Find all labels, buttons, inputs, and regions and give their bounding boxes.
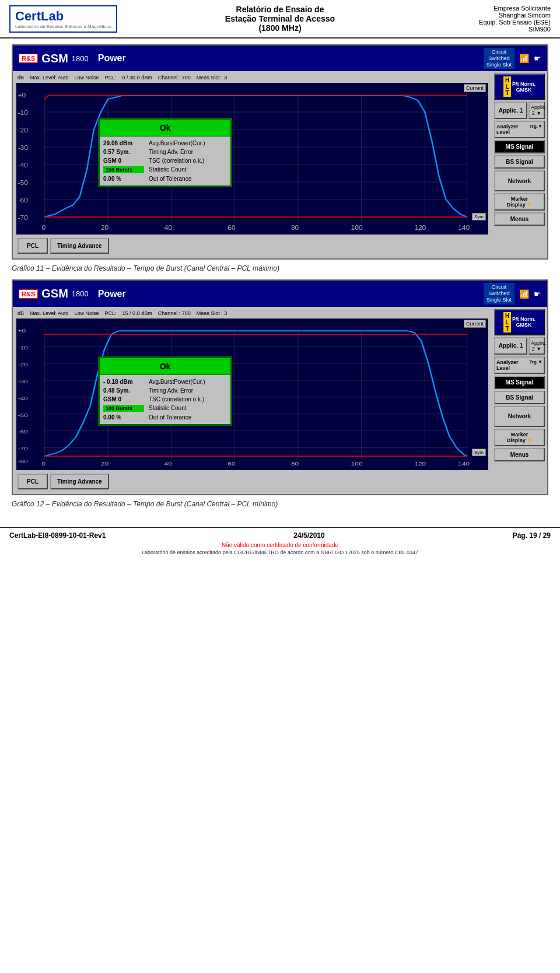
popup-lbl5-2: Out of Tolerance <box>149 414 227 421</box>
timing-advance-button-1[interactable]: Timing Advance <box>50 238 109 254</box>
svg-text:-60: -60 <box>18 197 27 204</box>
gsm-freq-2: 1800 <box>72 289 89 298</box>
gsm-mode-2: Power <box>98 289 126 299</box>
popup-body-1: 29.06 dBm Avg.BurstPower(Cur.) 0.57 Sym.… <box>100 136 230 186</box>
menus-btn-2[interactable]: Menus <box>494 448 545 461</box>
applic2-btn-2[interactable]: Applic. 2 ▼ <box>528 337 545 355</box>
gsm-body-1: dB Max. Level: Auto Low Noise PCL: 0 / 3… <box>13 71 547 258</box>
applic-row-1: Applic. 1 Applic. 2 ▼ <box>494 102 545 119</box>
logo-text: CertLab <box>15 9 64 23</box>
menus-btn-1[interactable]: Menus <box>494 212 545 226</box>
gsm-panel-2: R&S GSM 1800 Power Circuit Switched Sing… <box>12 279 548 495</box>
analyzer-btn-2[interactable]: AnalyzerLevel Trg.▼ <box>494 356 545 374</box>
popup-row2-2: 0.48 Sym. Timing Adv. Error <box>103 386 227 395</box>
footer-main: CertLab-El8-0899-10-01-Rev1 24/5/2010 Pá… <box>9 531 551 540</box>
applic1-btn-2[interactable]: Applic. 1 <box>494 337 527 355</box>
gsm-main-2: dB Max. Level: Auto Low Noise PCL: 15 / … <box>13 307 492 494</box>
footer-doc-id: CertLab-El8-0899-10-01-Rev1 <box>9 531 106 540</box>
logo-subtitle: Laboratório de Ensaios Elétricos e Magné… <box>15 24 111 29</box>
current-badge-1: Current <box>464 84 486 92</box>
popup-row1-1: 29.06 dBm Avg.BurstPower(Cur.) <box>103 139 227 148</box>
popup-row2-1: 0.57 Sym. Timing Adv. Error <box>103 148 227 156</box>
param-pcl-val-2: 15 / 0.0 dBm <box>123 310 152 316</box>
applic2-btn-1[interactable]: Applic. 2 ▼ <box>528 102 545 119</box>
gsm-badge-1: GSM <box>41 52 68 65</box>
popup-ok-1: Ok <box>100 120 230 136</box>
gsm-panel-1: R&S GSM 1800 Power Circuit Switched Sing… <box>12 44 548 260</box>
param-db-1: dB <box>18 75 24 80</box>
svg-text:120: 120 <box>414 460 426 467</box>
popup-dialog-1: Ok 29.06 dBm Avg.BurstPower(Cur.) 0.57 S… <box>98 118 232 187</box>
ms-signal-btn-2[interactable]: MS Signal <box>494 376 545 389</box>
popup-row5-2: 0.00 % Out of Tolerance <box>103 413 227 422</box>
pcl-button-1[interactable]: PCL <box>18 238 48 254</box>
svg-rect-0 <box>16 83 488 235</box>
svg-text:-70: -70 <box>18 445 27 452</box>
company-label: Empresa Solicitante <box>434 5 551 12</box>
bs-signal-btn-1[interactable]: BS Signal <box>494 155 545 169</box>
caption-2: Gráfico 12 – Evidência do Resultado – Te… <box>12 500 548 508</box>
popup-val1-1: 29.06 dBm <box>103 140 144 146</box>
hlt-btn-2[interactable]: HLT P/t Norm.GMSK <box>494 309 545 335</box>
svg-text:0: 0 <box>41 225 46 231</box>
popup-val2-1: 0.57 Sym. <box>103 149 144 155</box>
title-line2: Estação Terminal de Acesso <box>126 14 434 23</box>
svg-text:-10: -10 <box>18 344 27 351</box>
title-line1: Relatório de Ensaio de <box>126 5 434 14</box>
timing-advance-button-2[interactable]: Timing Advance <box>50 474 109 489</box>
param-pcl-2: PCL: <box>105 310 117 316</box>
applic1-btn-1[interactable]: Applic. 1 <box>494 102 527 119</box>
circuit-badge-2: Circuit Switched Single Slot <box>484 283 514 304</box>
pcl-button-2[interactable]: PCL <box>18 474 48 489</box>
popup-val5-1: 0.00 % <box>103 176 144 182</box>
svg-text:-30: -30 <box>18 378 27 384</box>
title-line3: (1800 MHz) <box>126 23 434 33</box>
svg-text:-80: -80 <box>18 458 27 464</box>
network-btn-1[interactable]: Network <box>494 170 545 191</box>
report-title: Relatório de Ensaio de Estação Terminal … <box>126 5 434 33</box>
gsm-bottom-1: PCL Timing Advance <box>15 236 489 256</box>
gsm-header-1: R&S GSM 1800 Power Circuit Switched Sing… <box>13 46 547 71</box>
svg-text:-40: -40 <box>18 395 27 401</box>
bs-signal-btn-2[interactable]: BS Signal <box>494 391 545 404</box>
sym-badge-1: Sym <box>472 213 486 220</box>
marker-btn-1[interactable]: Marker Display ▼ <box>494 193 545 211</box>
popup-lbl1-1: Avg.BurstPower(Cur.) <box>149 140 227 146</box>
svg-text:-40: -40 <box>18 162 27 169</box>
network-btn-2[interactable]: Network <box>494 406 545 427</box>
ms-signal-btn-1[interactable]: MS Signal <box>494 140 545 153</box>
param-pcl-1: PCL: <box>105 75 117 80</box>
svg-text:40: 40 <box>164 460 172 467</box>
icon-speaker-2: 📶 <box>519 289 529 299</box>
footer-page: Pág. 19 / 29 <box>513 531 551 540</box>
analyzer-btn-1[interactable]: AnalyzerLevel Trg.▼ <box>494 121 545 138</box>
chart-canvas-2: Current Sym <box>16 318 488 470</box>
gsm-right-panel-2: HLT P/t Norm.GMSK Applic. 1 Applic. 2 ▼ … <box>492 307 547 494</box>
logo-area: CertLab Laboratório de Ensaios Elétricos… <box>9 5 126 33</box>
svg-text:-50: -50 <box>18 180 27 186</box>
popup-lbl2-1: Timing Adv. Error <box>149 149 227 155</box>
svg-rect-33 <box>16 318 488 470</box>
popup-row4-1: 100 Bursts Statistic Count <box>103 165 227 174</box>
svg-text:-20: -20 <box>18 127 27 134</box>
popup-row4-2: 100 Bursts Statistic Count <box>103 404 227 413</box>
param-db-2: dB <box>18 310 24 316</box>
svg-text:+0: +0 <box>18 92 26 99</box>
gsm-mode-1: Power <box>98 53 126 64</box>
marker-btn-2[interactable]: Marker Display ▼ <box>494 429 545 446</box>
param-meas-1: Meas Slot : 3 <box>197 75 228 80</box>
chart-canvas-1: Current Sym <box>16 83 488 235</box>
popup-val3-2: GSM 0 <box>103 396 144 402</box>
popup-lbl1-2: Avg.BurstPower(Cur.) <box>149 379 227 385</box>
hlt-btn-1[interactable]: HLT P/t Norm.GMSK <box>494 74 545 100</box>
popup-val4-2: 100 Bursts <box>103 405 144 412</box>
gsm-body-2: dB Max. Level: Auto Low Noise PCL: 15 / … <box>13 307 547 494</box>
norm-gmsk-label-1: P/t Norm.GMSK <box>512 81 536 93</box>
popup-val2-2: 0.48 Sym. <box>103 387 144 394</box>
company-info: Empresa Solicitante Shanghai Simcom Equi… <box>434 5 551 33</box>
popup-lbl3-1: TSC (correlation o.k.) <box>149 158 227 164</box>
chart-svg-1: +0 -10 -20 -30 -40 -50 -60 -70 0 20 40 6… <box>16 83 488 235</box>
svg-text:40: 40 <box>164 225 172 231</box>
param-lownoise-2: Low Noise <box>75 310 99 316</box>
gsm-header-2: R&S GSM 1800 Power Circuit Switched Sing… <box>13 281 547 306</box>
